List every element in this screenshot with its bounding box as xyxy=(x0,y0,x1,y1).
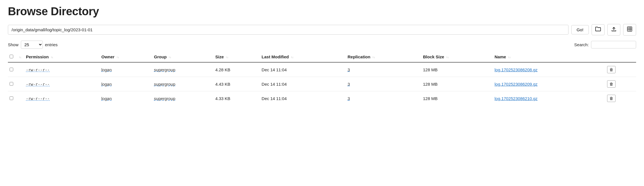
sort-arrows-name: ↑↓ xyxy=(508,56,511,59)
table-view-button[interactable] xyxy=(623,24,636,36)
sort-arrows-size: ↑↓ xyxy=(226,56,228,59)
table-icon xyxy=(627,26,632,33)
th-name[interactable]: Name ↑↓ xyxy=(493,52,605,62)
row-last-modified-1: Dec 14 11:04 xyxy=(260,77,346,91)
row-owner-2[interactable]: logan xyxy=(100,91,152,106)
search-input[interactable] xyxy=(591,41,636,48)
sort-arrows-group: ↑↓ xyxy=(169,56,171,59)
row-owner-1[interactable]: logan xyxy=(100,77,152,91)
row-last-modified-2: Dec 14 11:04 xyxy=(260,91,346,106)
row-size-0: 4.28 KB xyxy=(214,62,260,77)
sort-arrows-permission: ↑↓ xyxy=(51,56,53,59)
sort-arrows-replication: ↑↓ xyxy=(372,56,375,59)
svg-rect-0 xyxy=(627,27,632,31)
search-area: Search: xyxy=(574,41,636,48)
upload-icon xyxy=(611,26,617,33)
row-checkbox-cell-1 xyxy=(8,77,16,91)
row-size-2: 4.33 KB xyxy=(214,91,260,106)
sort-arrows-last-modified: ↑↓ xyxy=(291,56,293,59)
row-group-0[interactable]: supergroup xyxy=(152,62,214,77)
sort-arrows-block-size: ↑↓ xyxy=(446,56,449,59)
th-checkbox xyxy=(8,52,16,62)
th-last-modified[interactable]: Last Modified ↑↓ xyxy=(260,52,346,62)
row-name-0[interactable]: log.1702523086208.gz xyxy=(493,62,605,77)
th-group[interactable]: Group ↑↓ xyxy=(152,52,214,62)
row-last-modified-0: Dec 14 11:04 xyxy=(260,62,346,77)
row-permission-1: -rw-r--r-- xyxy=(24,77,100,91)
row-replication-0[interactable]: 3 xyxy=(346,62,421,77)
path-input[interactable] xyxy=(8,25,569,35)
table-header-row: ↑↓ Permission ↑↓ Owner ↑↓ Group ↑↓ Size … xyxy=(8,52,636,62)
go-button[interactable]: Go! xyxy=(571,25,589,34)
th-size[interactable]: Size ↑↓ xyxy=(214,52,260,62)
sort-arrows-owner: ↑↓ xyxy=(117,56,119,59)
th-permission[interactable]: Permission ↑↓ xyxy=(24,52,100,62)
page-title: Browse Directory xyxy=(8,5,636,18)
row-name-1[interactable]: log.1702523086209.gz xyxy=(493,77,605,91)
row-permission-2: -rw-r--r-- xyxy=(24,91,100,106)
controls-row: Show 10 25 50 100 entries Search: xyxy=(8,41,636,49)
row-block-size-0: 128 MB xyxy=(421,62,493,77)
row-delete-1[interactable]: 🗑 xyxy=(605,77,636,91)
row-replication-1[interactable]: 3 xyxy=(346,77,421,91)
delete-button-1[interactable]: 🗑 xyxy=(607,80,616,88)
row-name-2[interactable]: log.1702523086210.gz xyxy=(493,91,605,106)
row-num-1 xyxy=(16,77,24,91)
folder-button[interactable] xyxy=(592,24,605,35)
row-replication-2[interactable]: 3 xyxy=(346,91,421,106)
table-row: -rw-r--r-- logan supergroup 4.33 KB Dec … xyxy=(8,91,636,106)
row-owner-0[interactable]: logan xyxy=(100,62,152,77)
select-all-checkbox[interactable] xyxy=(10,55,13,58)
table-row: -rw-r--r-- logan supergroup 4.43 KB Dec … xyxy=(8,77,636,91)
row-delete-0[interactable]: 🗑 xyxy=(605,62,636,77)
row-num-2 xyxy=(16,91,24,106)
th-actions xyxy=(605,52,636,62)
th-block-size[interactable]: Block Size ↑↓ xyxy=(421,52,493,62)
row-delete-2[interactable]: 🗑 xyxy=(605,91,636,106)
path-bar: Go! xyxy=(8,24,636,36)
show-entries: Show 10 25 50 100 entries xyxy=(8,41,58,49)
folder-icon xyxy=(595,26,601,33)
row-checkbox-0[interactable] xyxy=(10,68,13,71)
row-block-size-1: 128 MB xyxy=(421,77,493,91)
upload-button[interactable] xyxy=(607,24,620,36)
file-table: ↑↓ Permission ↑↓ Owner ↑↓ Group ↑↓ Size … xyxy=(8,52,636,105)
sort-arrows-num: ↑↓ xyxy=(19,56,21,59)
row-checkbox-1[interactable] xyxy=(10,82,13,86)
th-owner[interactable]: Owner ↑↓ xyxy=(100,52,152,62)
show-label: Show xyxy=(8,42,19,47)
table-row: -rw-r--r-- logan supergroup 4.28 KB Dec … xyxy=(8,62,636,77)
entries-label: entries xyxy=(45,42,58,47)
th-replication[interactable]: Replication ↑↓ xyxy=(346,52,421,62)
th-sort-num[interactable]: ↑↓ xyxy=(16,52,24,62)
search-label: Search: xyxy=(574,42,589,47)
row-size-1: 4.43 KB xyxy=(214,77,260,91)
entries-select[interactable]: 10 25 50 100 xyxy=(21,41,43,49)
row-group-1[interactable]: supergroup xyxy=(152,77,214,91)
row-block-size-2: 128 MB xyxy=(421,91,493,106)
row-checkbox-2[interactable] xyxy=(10,96,13,100)
row-checkbox-cell-2 xyxy=(8,91,16,106)
delete-button-2[interactable]: 🗑 xyxy=(607,95,616,102)
row-num-0 xyxy=(16,62,24,77)
row-checkbox-cell-0 xyxy=(8,62,16,77)
delete-button-0[interactable]: 🗑 xyxy=(607,66,616,73)
row-group-2[interactable]: supergroup xyxy=(152,91,214,106)
row-permission-0: -rw-r--r-- xyxy=(24,62,100,77)
